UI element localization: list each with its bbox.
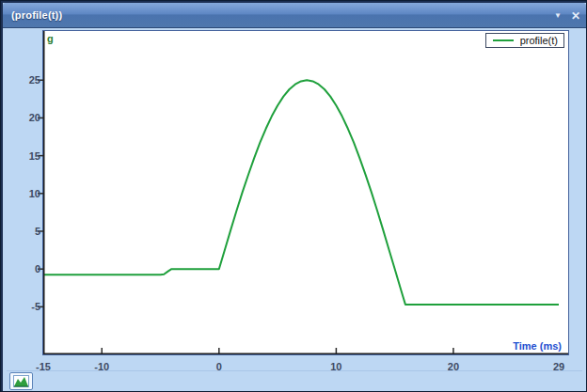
legend-line-sample: [493, 39, 514, 41]
plot-window: (profile(t)) ▼ ✕ g Time (ms) profile(t) …: [0, 0, 587, 392]
plot-svg: [43, 31, 568, 354]
y-tick-label: 25: [12, 74, 40, 86]
chart-thumbnail-icon: [13, 375, 29, 387]
y-tick-label: 5: [12, 226, 40, 237]
plot-tab-button[interactable]: [9, 372, 33, 390]
x-axis-label: Time (ms): [510, 340, 562, 352]
window-title: (profile(t)): [3, 9, 62, 21]
axis-ticks: [38, 80, 453, 353]
y-tick-label: -5: [12, 301, 40, 312]
y-unit-label: g: [47, 33, 54, 44]
dropdown-arrow-icon[interactable]: ▼: [554, 12, 562, 20]
profile-curve: [43, 80, 559, 305]
y-tick-label: 20: [12, 112, 40, 123]
bottom-tab-bar: [7, 370, 582, 389]
legend: profile(t): [485, 33, 564, 48]
legend-label: profile(t): [520, 36, 558, 46]
plot-area[interactable]: g Time (ms) profile(t): [42, 30, 569, 355]
titlebar-controls: ▼ ✕: [554, 3, 580, 28]
y-tick-label: 15: [12, 150, 40, 162]
titlebar[interactable]: (profile(t)) ▼ ✕: [3, 3, 586, 28]
y-tick-label: 0: [12, 263, 40, 274]
y-tick-label: 10: [12, 188, 40, 199]
y-axis-tick-labels: 2520151050-5: [12, 31, 40, 356]
window-body: (profile(t)) ▼ ✕ g Time (ms) profile(t) …: [3, 3, 586, 391]
close-icon[interactable]: ✕: [571, 10, 580, 22]
